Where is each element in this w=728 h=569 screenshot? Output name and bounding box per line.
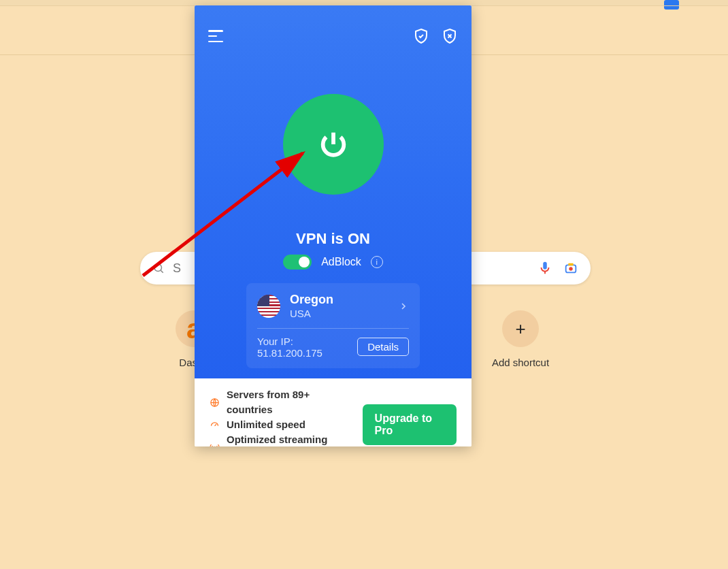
power-toggle-button[interactable] <box>283 94 384 195</box>
svg-rect-4 <box>568 263 573 266</box>
mic-icon[interactable] <box>537 261 552 276</box>
feature-text: Unlimited speed <box>227 417 305 432</box>
ip-address: Your IP: 51.81.200.175 <box>257 336 357 359</box>
camera-search-icon[interactable] <box>563 261 578 276</box>
browser-top-strip <box>0 0 728 5</box>
adblock-row: AdBlock i <box>195 255 471 270</box>
svg-line-1 <box>161 270 163 272</box>
upgrade-footer: Servers from 89+ countries Unlimited spe… <box>195 378 471 446</box>
adblock-toggle[interactable] <box>283 255 312 270</box>
divider <box>257 328 409 329</box>
search-icon <box>152 262 165 274</box>
vpn-status: VPN is ON <box>195 230 471 248</box>
shield-check-icon[interactable] <box>413 28 429 44</box>
search-placeholder: S <box>173 261 181 276</box>
details-button[interactable]: Details <box>357 338 409 356</box>
info-icon[interactable]: i <box>371 256 383 268</box>
add-shortcut-button[interactable]: + Add shortcut <box>480 310 561 368</box>
vpn-popup: VPN is ON AdBlock i Oregon USA Your IP: … <box>195 5 471 446</box>
vpn-header <box>208 26 458 46</box>
menu-button[interactable] <box>208 30 223 42</box>
shield-x-icon[interactable] <box>442 28 458 44</box>
globe-icon <box>210 397 220 408</box>
svg-point-0 <box>154 264 162 272</box>
location-region: Oregon <box>290 293 333 308</box>
plus-icon: + <box>502 310 539 347</box>
vpn-main: VPN is ON AdBlock i Oregon USA Your IP: … <box>195 5 471 378</box>
location-country: USA <box>290 308 333 320</box>
feature-list: Servers from 89+ countries Unlimited spe… <box>210 387 349 446</box>
chevron-right-icon <box>398 301 409 312</box>
svg-point-3 <box>569 267 573 271</box>
signal-icon <box>210 442 220 447</box>
feature-text: Servers from 89+ countries <box>227 387 349 417</box>
location-card: Oregon USA Your IP: 51.81.200.175 Detail… <box>246 283 420 368</box>
shortcut-label: Add shortcut <box>480 357 561 368</box>
power-icon <box>318 129 349 160</box>
speed-icon <box>210 420 220 430</box>
upgrade-button[interactable]: Upgrade to Pro <box>363 404 457 445</box>
location-selector[interactable]: Oregon USA <box>257 293 409 320</box>
extension-badge <box>664 0 679 10</box>
feature-text: Optimized streaming servers <box>227 432 349 446</box>
adblock-label: AdBlock <box>321 256 361 268</box>
flag-us-icon <box>257 295 280 318</box>
